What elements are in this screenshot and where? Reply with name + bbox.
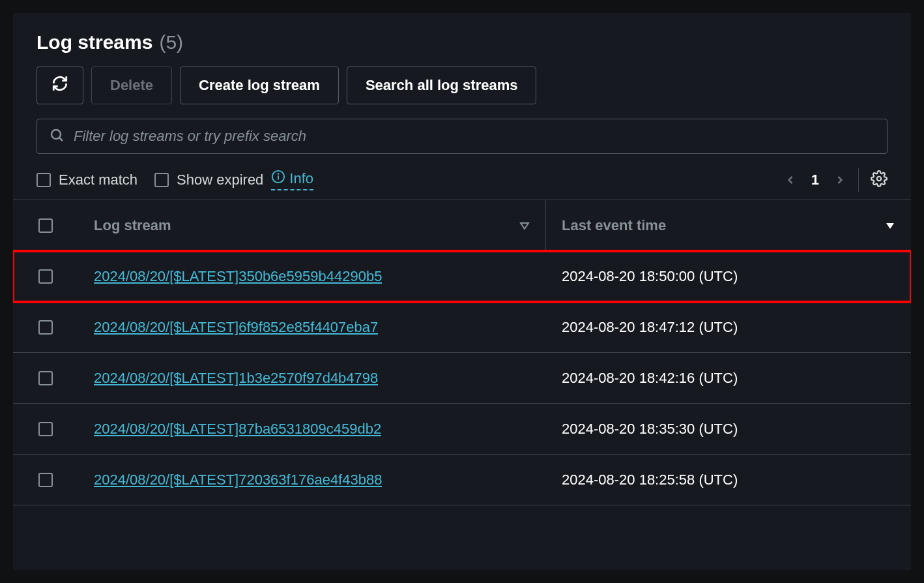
search-box[interactable] — [36, 119, 888, 154]
last-event-cell: 2024-08-20 18:42:16 (UTC) — [546, 353, 911, 403]
row-checkbox[interactable] — [38, 473, 53, 487]
last-event-cell: 2024-08-20 18:50:00 (UTC) — [546, 251, 911, 301]
filters-left: Exact match Show expired Info — [36, 170, 313, 190]
row-checkbox-cell — [13, 302, 78, 352]
search-input[interactable] — [74, 128, 875, 145]
gear-icon — [871, 170, 888, 190]
search-icon — [49, 127, 65, 145]
table-body: 2024/08/20/[$LATEST]350b6e5959b44290b520… — [13, 251, 911, 505]
info-label: Info — [289, 170, 313, 187]
last-event-time: 2024-08-20 18:47:12 (UTC) — [562, 319, 738, 336]
page-title: Log streams — [36, 31, 152, 53]
header-checkbox-cell — [13, 200, 78, 250]
row-checkbox-cell — [13, 353, 78, 403]
divider — [858, 168, 859, 192]
header-log-stream-label: Log stream — [94, 217, 171, 234]
svg-point-5 — [877, 177, 882, 181]
table-header: Log stream Last event time — [13, 200, 911, 251]
exact-match-checkbox[interactable] — [36, 173, 51, 187]
header-last-event[interactable]: Last event time — [546, 200, 911, 250]
table-row: 2024/08/20/[$LATEST]350b6e5959b44290b520… — [13, 251, 911, 302]
show-expired-group: Show expired Info — [154, 170, 313, 190]
select-all-checkbox[interactable] — [38, 218, 53, 233]
delete-button[interactable]: Delete — [91, 67, 172, 104]
svg-point-4 — [278, 173, 279, 174]
last-event-cell: 2024-08-20 18:35:30 (UTC) — [546, 404, 911, 454]
header-last-event-label: Last event time — [562, 217, 666, 234]
log-stream-cell: 2024/08/20/[$LATEST]6f9f852e85f4407eba7 — [78, 302, 546, 352]
log-stream-cell: 2024/08/20/[$LATEST]350b6e5959b44290b5 — [78, 251, 546, 301]
toolbar: Delete Create log stream Search all log … — [36, 67, 888, 104]
sort-outline-icon — [519, 221, 530, 230]
row-checkbox[interactable] — [38, 422, 53, 436]
search-all-log-streams-button[interactable]: Search all log streams — [347, 67, 537, 104]
filters-right: 1 — [784, 168, 888, 192]
info-link[interactable]: Info — [271, 170, 313, 190]
pagination: 1 — [784, 172, 846, 188]
last-event-time: 2024-08-20 18:25:58 (UTC) — [562, 471, 738, 488]
refresh-button[interactable] — [36, 67, 83, 104]
last-event-cell: 2024-08-20 18:47:12 (UTC) — [546, 302, 911, 352]
svg-point-0 — [51, 130, 61, 139]
table-row: 2024/08/20/[$LATEST]720363f176ae4f43b882… — [13, 455, 911, 505]
show-expired-checkbox[interactable] — [154, 173, 169, 187]
current-page: 1 — [811, 172, 819, 188]
last-event-time: 2024-08-20 18:35:30 (UTC) — [562, 421, 738, 438]
row-checkbox[interactable] — [38, 320, 53, 335]
filters-row: Exact match Show expired Info — [36, 168, 888, 192]
stream-count: (5) — [159, 31, 183, 53]
log-stream-cell: 2024/08/20/[$LATEST]1b3e2570f97d4b4798 — [78, 353, 546, 403]
refresh-icon — [51, 75, 68, 96]
row-checkbox-cell — [13, 251, 78, 301]
last-event-time: 2024-08-20 18:50:00 (UTC) — [562, 268, 738, 285]
next-page-button[interactable] — [833, 173, 846, 187]
svg-marker-7 — [886, 223, 894, 229]
show-expired-label: Show expired — [177, 172, 263, 188]
row-checkbox[interactable] — [38, 269, 53, 284]
row-checkbox-cell — [13, 404, 78, 454]
log-stream-link[interactable]: 2024/08/20/[$LATEST]720363f176ae4f43b88 — [94, 471, 382, 488]
row-checkbox-cell — [13, 455, 78, 505]
row-checkbox[interactable] — [38, 371, 53, 385]
log-streams-table: Log stream Last event time 2024/08/20/[$… — [13, 200, 911, 505]
log-streams-panel: Log streams (5) Delete Create log stream… — [13, 13, 911, 570]
last-event-time: 2024-08-20 18:42:16 (UTC) — [562, 370, 738, 387]
info-icon — [271, 170, 285, 188]
exact-match-group: Exact match — [36, 172, 137, 188]
exact-match-label: Exact match — [59, 172, 137, 188]
log-stream-link[interactable]: 2024/08/20/[$LATEST]1b3e2570f97d4b4798 — [94, 370, 378, 387]
table-row: 2024/08/20/[$LATEST]87ba6531809c459db220… — [13, 404, 911, 455]
log-stream-link[interactable]: 2024/08/20/[$LATEST]350b6e5959b44290b5 — [94, 268, 382, 285]
title-row: Log streams (5) — [36, 31, 888, 53]
svg-marker-6 — [521, 223, 528, 229]
log-stream-link[interactable]: 2024/08/20/[$LATEST]87ba6531809c459db2 — [94, 421, 381, 438]
panel-header: Log streams (5) Delete Create log stream… — [13, 31, 911, 192]
settings-button[interactable] — [871, 170, 888, 190]
table-row: 2024/08/20/[$LATEST]6f9f852e85f4407eba72… — [13, 302, 911, 353]
log-stream-link[interactable]: 2024/08/20/[$LATEST]6f9f852e85f4407eba7 — [94, 319, 378, 336]
sort-desc-icon — [885, 221, 895, 230]
log-stream-cell: 2024/08/20/[$LATEST]87ba6531809c459db2 — [78, 404, 546, 454]
create-log-stream-button[interactable]: Create log stream — [180, 67, 339, 104]
table-row: 2024/08/20/[$LATEST]1b3e2570f97d4b479820… — [13, 353, 911, 404]
log-stream-cell: 2024/08/20/[$LATEST]720363f176ae4f43b88 — [78, 455, 546, 505]
svg-line-1 — [60, 138, 63, 142]
prev-page-button[interactable] — [784, 173, 797, 187]
header-log-stream[interactable]: Log stream — [78, 200, 546, 250]
last-event-cell: 2024-08-20 18:25:58 (UTC) — [546, 455, 911, 505]
